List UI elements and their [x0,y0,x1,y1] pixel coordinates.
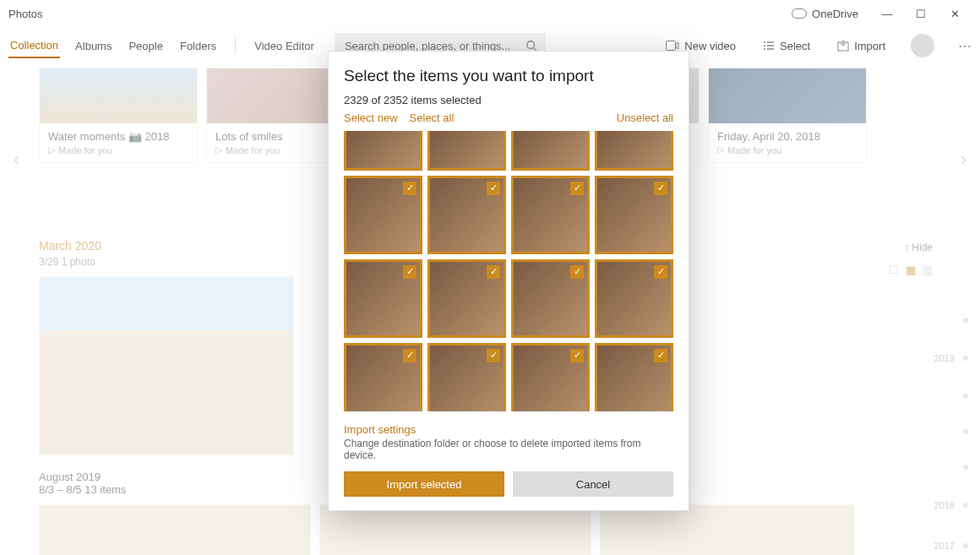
more-button[interactable]: ⋯ [958,38,972,54]
import-button[interactable]: Import [837,40,885,52]
import-thumbnail-grid: ✓ ✓ ✓ ✓ ✓ ✓ ✓ ✓ ✓ ✓ ✓ ✓ [344,131,673,411]
import-item[interactable]: ✓ [511,176,590,254]
tab-collection[interactable]: Collection [8,34,60,58]
onedrive-button[interactable]: OneDrive [792,8,858,20]
onedrive-label: OneDrive [812,8,858,20]
tab-people[interactable]: People [127,35,164,57]
check-icon: ✓ [487,349,500,362]
import-item[interactable]: ✓ [595,176,673,254]
selection-status: 2329 of 2352 items selected [344,94,673,106]
import-item[interactable]: ✓ [427,343,506,412]
import-item[interactable]: ✓ [427,259,506,338]
import-item[interactable]: ✓ [344,176,422,254]
svg-point-0 [527,41,535,49]
maximize-button[interactable]: ☐ [904,8,938,20]
check-icon: ✓ [570,349,584,362]
import-item[interactable]: ✓ [595,259,673,338]
user-avatar[interactable] [911,34,934,57]
select-button[interactable]: Select [763,40,810,52]
select-label: Select [780,40,810,52]
check-icon: ✓ [654,349,667,362]
minimize-button[interactable]: — [870,8,904,20]
import-item[interactable] [595,131,673,171]
import-dialog: Select the items you want to import 2329… [328,51,689,511]
import-label: Import [854,40,885,52]
nav-divider [235,37,236,54]
check-icon: ✓ [487,265,500,279]
cancel-button[interactable]: Cancel [513,471,673,497]
svg-rect-2 [667,41,676,51]
check-icon: ✓ [570,182,584,195]
import-item[interactable]: ✓ [427,176,506,254]
window-titlebar: Photos OneDrive — ☐ ✕ [0,0,980,27]
tab-albums[interactable]: Albums [74,35,113,57]
tab-folders[interactable]: Folders [178,35,218,57]
import-item[interactable]: ✓ [344,259,422,338]
dialog-title: Select the items you want to import [344,67,673,85]
checklist-icon [763,41,775,51]
select-new-link[interactable]: Select new [344,112,398,124]
cloud-icon [792,8,807,19]
check-icon: ✓ [403,349,416,362]
import-settings-desc: Change destination folder or choose to d… [344,438,673,461]
check-icon: ✓ [654,265,667,279]
search-icon [525,40,537,52]
import-selected-button[interactable]: Import selected [344,471,504,497]
import-item[interactable] [344,131,422,171]
check-icon: ✓ [654,182,667,195]
check-icon: ✓ [487,182,500,195]
tab-video-editor[interactable]: Video Editor [253,35,316,57]
check-icon: ✓ [403,182,416,195]
new-video-label: New video [684,40,736,52]
check-icon: ✓ [570,265,584,279]
close-button[interactable]: ✕ [938,8,972,20]
import-item[interactable]: ✓ [511,259,590,338]
import-icon [837,40,849,52]
import-item[interactable] [511,131,590,171]
import-item[interactable]: ✓ [344,343,422,412]
check-icon: ✓ [403,265,416,279]
unselect-all-link[interactable]: Unselect all [617,112,673,124]
video-icon [666,41,679,51]
import-item[interactable]: ✓ [511,343,590,412]
select-all-link[interactable]: Select all [410,112,455,124]
import-settings-link[interactable]: Import settings [344,423,673,436]
app-title: Photos [8,8,42,20]
import-item[interactable]: ✓ [595,343,673,412]
import-item[interactable] [427,131,506,171]
